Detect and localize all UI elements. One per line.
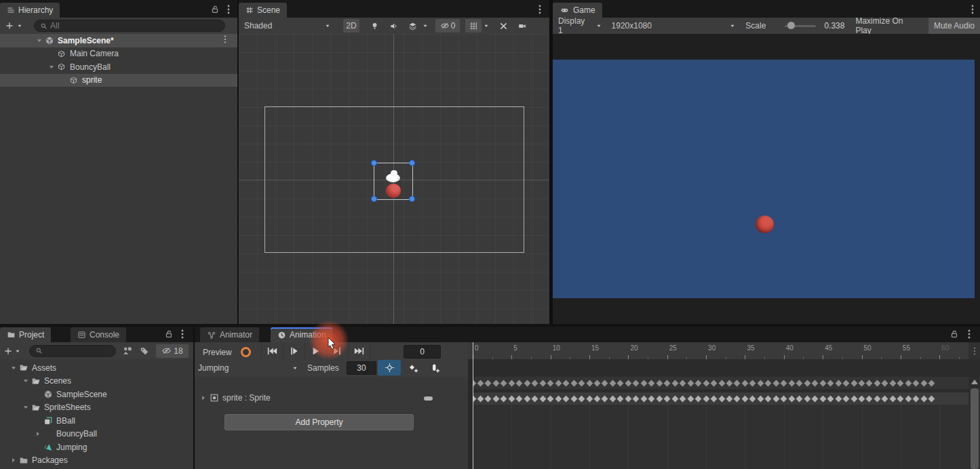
keyframe-diamond[interactable] (555, 380, 562, 386)
bulb-icon[interactable] (366, 19, 383, 33)
keyframe-diamond[interactable] (656, 395, 663, 402)
keyframe-diamond[interactable] (633, 395, 640, 402)
tree-item-bouncyball[interactable]: BouncyBall (0, 428, 193, 441)
keyframe-diamond[interactable] (866, 395, 873, 402)
keyframe-diamond[interactable] (928, 395, 935, 402)
keyframe-diamond[interactable] (610, 395, 616, 402)
keyframe-diamond[interactable] (492, 395, 499, 402)
expand-arrow[interactable] (8, 365, 19, 371)
unlock-icon[interactable] (210, 5, 220, 14)
keyframe-diamond[interactable] (539, 380, 546, 386)
keyframe-diamond[interactable] (804, 395, 810, 402)
keyframe-diamond[interactable] (695, 395, 702, 402)
keyframe-diamond[interactable] (703, 395, 709, 402)
samples-field[interactable]: 30 (347, 361, 376, 375)
keyframe-diamond[interactable] (781, 380, 787, 386)
keyframe-diamond[interactable] (726, 395, 733, 402)
tree-item-packages[interactable]: Packages (0, 454, 193, 468)
caret-down-icon[interactable] (483, 22, 490, 29)
keyframe-diamond[interactable] (920, 395, 927, 402)
keyframe-diamond[interactable] (586, 380, 593, 386)
keyframe-diamond[interactable] (718, 395, 725, 402)
keyframe-diamond[interactable] (711, 395, 718, 402)
keyframe-diamond[interactable] (570, 395, 577, 402)
keyframe-diamond[interactable] (874, 380, 880, 386)
tab-project[interactable]: Project (0, 327, 51, 342)
keyframe-diamond[interactable] (812, 380, 819, 386)
filter-type-icon[interactable] (123, 346, 133, 356)
keyframe-diamond[interactable] (687, 380, 694, 386)
display-dropdown[interactable]: Display 1 (558, 16, 602, 35)
keyframe-diamond[interactable] (859, 380, 865, 386)
keyframe-diamond[interactable] (555, 395, 562, 402)
timeline-ruler[interactable]: 051015202530354045505560 (468, 342, 968, 360)
keyframe-diamond[interactable] (897, 395, 904, 402)
keyframe-diamond[interactable] (835, 380, 842, 386)
record-icon[interactable] (241, 347, 251, 357)
keyframe-diamond[interactable] (726, 380, 733, 386)
expand-arrow[interactable] (8, 457, 19, 464)
keyframe-diamond[interactable] (547, 380, 554, 386)
clip-dropdown[interactable]: Jumping (198, 361, 298, 375)
scrollbar-thumb[interactable] (971, 388, 979, 469)
keyframe-diamond[interactable] (617, 380, 624, 386)
game-view[interactable] (553, 34, 980, 324)
keyframe-diamond[interactable] (579, 380, 585, 386)
layers-icon[interactable] (404, 19, 420, 33)
keyframe-diamond[interactable] (765, 395, 772, 402)
keyframe-diamond[interactable] (905, 380, 912, 386)
tree-item-main-camera[interactable]: Main Camera (0, 47, 237, 61)
tree-item-assets[interactable]: Assets (0, 361, 193, 375)
keyframe-diamond[interactable] (843, 380, 850, 386)
keyframe-diamond[interactable] (617, 395, 624, 402)
current-frame-field[interactable]: 0 (404, 345, 441, 359)
keyframe-diamond[interactable] (501, 380, 507, 386)
keyframe-diamond[interactable] (671, 380, 678, 386)
keyframe-diamond[interactable] (579, 395, 585, 402)
tab-animator[interactable]: Animator (200, 327, 259, 342)
scene-viewport[interactable] (239, 34, 549, 324)
animation-timeline[interactable]: 051015202530354045505560 (468, 342, 980, 469)
project-hidden-count-button[interactable]: 18 (156, 344, 189, 358)
keyframe-diamond[interactable] (508, 380, 515, 386)
keyframe-diamond[interactable] (889, 380, 896, 386)
keyframe-diamond[interactable] (920, 380, 927, 386)
grid-snap-icon[interactable] (465, 19, 482, 33)
keyframe-diamond[interactable] (501, 395, 507, 402)
keyframe-diamond[interactable] (625, 395, 631, 402)
selection-handle[interactable] (409, 196, 415, 202)
keyframe-diamond[interactable] (640, 395, 647, 402)
keyframe-diamond[interactable] (695, 380, 702, 386)
wrench-icon[interactable] (495, 19, 511, 33)
play-button[interactable] (305, 343, 327, 359)
kebab-icon[interactable] (964, 329, 974, 340)
keyframe-row-summary[interactable] (468, 377, 968, 389)
keyframe-diamond[interactable] (928, 380, 935, 386)
prev-frame-button[interactable] (283, 343, 305, 359)
keyframe-diamond[interactable] (563, 395, 570, 402)
keyframe-diamond[interactable] (772, 395, 779, 402)
videocam-icon[interactable] (514, 19, 530, 33)
preview-toggle-button[interactable]: Preview (199, 345, 236, 360)
project-search-input[interactable] (29, 345, 116, 357)
add-event-icon[interactable] (425, 360, 444, 375)
keyframe-diamond[interactable] (741, 380, 748, 386)
keyframe-diamond[interactable] (477, 380, 484, 386)
tree-item-jumping[interactable]: Jumping (0, 441, 193, 454)
keyframe-diamond[interactable] (905, 395, 912, 402)
keyframe-diamond[interactable] (882, 395, 888, 402)
keyframe-diamond[interactable] (625, 380, 631, 386)
keyframe-diamond[interactable] (570, 380, 577, 386)
keyframe-diamond[interactable] (788, 395, 795, 402)
tab-scene[interactable]: Scene (239, 3, 287, 18)
keyframe-diamond[interactable] (749, 380, 756, 386)
vertical-scrollbar[interactable] (969, 377, 980, 469)
caret-down-icon[interactable] (16, 22, 23, 29)
keyframe-diamond[interactable] (765, 380, 772, 386)
keyframe-diamond[interactable] (492, 380, 499, 386)
goto-end-button[interactable] (349, 343, 370, 359)
keyframe-diamond[interactable] (812, 395, 819, 402)
keyframe-diamond[interactable] (897, 380, 904, 386)
keyframe-diamond[interactable] (648, 380, 655, 386)
kebab-icon[interactable] (971, 346, 979, 356)
